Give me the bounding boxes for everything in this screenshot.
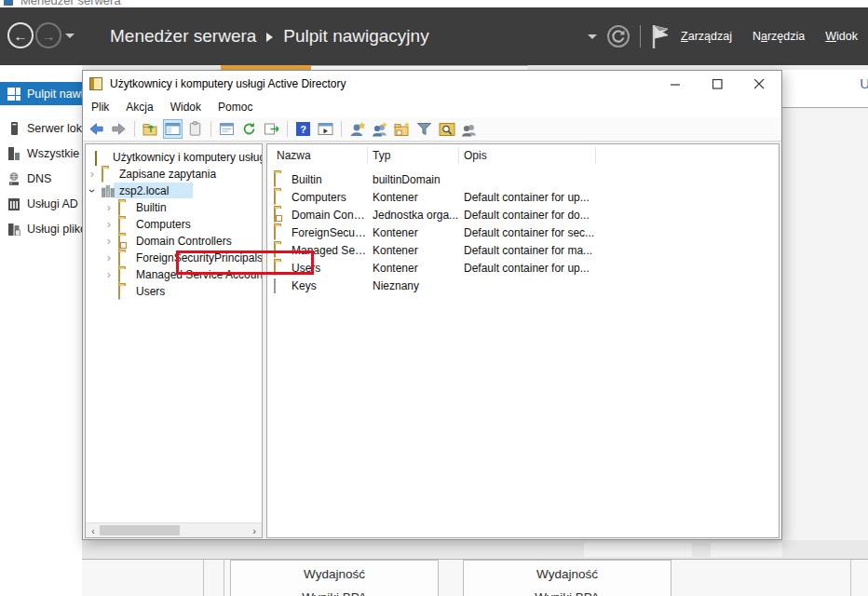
clipboard-icon[interactable] [185,119,205,139]
close-button[interactable] [739,71,780,97]
sidebar-item-label: Usługi AD DS [27,197,82,210]
refresh-icon[interactable] [239,119,259,139]
refresh-icon[interactable] [606,24,631,48]
sidebar-item-dns[interactable]: DNS [0,167,82,190]
menu-zarzadzaj[interactable]: Zarządzaj [681,30,732,43]
chevron-right-icon[interactable]: › [104,203,114,212]
export-list-icon[interactable] [262,119,281,139]
tree-item-domain-zsp2[interactable]: › zsp2.local [88,183,169,199]
tree-item-builtin[interactable]: › Builtin [104,199,167,216]
new-window-icon[interactable] [316,119,335,139]
chevron-right-icon[interactable]: › [104,220,114,229]
role-tile[interactable]: Wydajność Wyniki BPA [230,560,439,596]
dashboard-band [82,540,868,560]
chevron-right-icon[interactable]: › [104,270,114,279]
sidebar-item-ad-ds[interactable]: Usługi AD DS [0,192,82,215]
menu-pomoc[interactable]: Pomoc [210,101,261,114]
list-row-users[interactable]: Users Kontener Default container for up.… [267,259,779,277]
ou-folder-icon [118,236,131,247]
list-row-managed-service-accounts[interactable]: Managed Service Accounts Kontener Defaul… [267,241,779,259]
dashboard-tiles-row: Wydajność Wyniki BPA Wydajność Wyniki BP… [82,560,868,596]
server-manager-sidebar: Pulpit nawigacyjny Serwer lokalny Wszyst… [0,65,82,596]
list-row-keys[interactable]: Keys Nieznany [267,277,779,294]
folder-icon [118,202,131,213]
scroll-right-icon[interactable]: › [247,523,262,537]
tree-item-label: Computers [136,218,191,231]
back-icon[interactable]: ← [7,22,34,48]
horizontal-scrollbar[interactable]: ‹ › [86,522,262,537]
ad-ds-icon [7,197,20,210]
menu-akcja[interactable]: Akcja [117,101,161,114]
dns-icon [7,172,20,185]
tree-root[interactable]: Użytkownicy i komputery usługi Active Di… [95,149,263,166]
tile-link-bpa[interactable]: Wyniki BPA [231,590,438,596]
tree-item-label: Builtin [136,201,167,214]
tree-item-computers[interactable]: › Computers [104,216,191,233]
list-row-foreign-security-principals[interactable]: ForeignSecurityPrincipals Kontener Defau… [267,224,779,241]
new-group-icon[interactable] [370,119,389,139]
sidebar-item-label: Wszystkie serwery [27,147,82,160]
back-icon[interactable] [87,119,106,139]
role-tile[interactable]: Wydajność Wyniki BPA [463,560,671,596]
menu-widok[interactable]: Widok [162,101,210,114]
tree-item-users[interactable]: › Users [104,283,165,300]
forward-icon[interactable] [109,119,129,139]
folder-icon [274,191,276,204]
minimize-button[interactable] [655,71,697,97]
sidebar-item-label: Serwer lokalny [27,122,82,135]
scroll-left-icon[interactable]: ‹ [86,523,101,537]
chevron-down-icon[interactable]: › [88,186,97,196]
aduc-app-icon [89,77,102,90]
list-row-domain-controllers[interactable]: Domain Controllers Jednostka orga... Def… [267,206,779,224]
column-header-typ[interactable]: Typ [373,144,390,167]
up-one-level-icon[interactable] [141,119,160,139]
sidebar-item-local-server[interactable]: Serwer lokalny [0,116,82,140]
forward-icon[interactable]: → [35,22,61,48]
dashboard-header-fragment: U [782,70,868,108]
breadcrumb: Menedżer serwera Pulpit nawigacyjny [110,7,429,65]
properties-icon[interactable] [217,119,237,139]
list-row-computers[interactable]: Computers Kontener Default container for… [267,188,779,206]
tile-link-bpa[interactable]: Wyniki BPA [464,590,671,596]
sidebar-item-all-servers[interactable]: Wszystkie serwery [0,142,82,165]
sidebar-item-label: Pulpit nawigacyjny [27,88,82,101]
history-caret-icon[interactable] [65,34,75,38]
chevron-right-icon[interactable]: › [88,169,97,179]
scrollbar-thumb[interactable] [100,525,180,535]
list-row-builtin[interactable]: Builtin builtinDomain [267,170,779,188]
divider [640,25,641,47]
column-header-opis[interactable]: Opis [464,144,487,167]
menu-widok[interactable]: Widok [825,30,858,43]
sidebar-item-label: DNS [27,172,51,185]
help-icon[interactable]: ? [293,119,313,139]
tile-link-performance[interactable]: Wydajność [464,567,671,581]
dropdown-caret-icon[interactable] [588,34,597,39]
menu-narzedzia[interactable]: Narzędzia [753,30,805,43]
tree-item-label: Domain Controllers [136,235,232,248]
show-console-tree-icon[interactable] [163,119,183,139]
breadcrumb-root[interactable]: Menedżer serwera [110,26,256,47]
new-user-icon[interactable] [347,119,367,139]
tree-item-label: Zapisane zapytania [119,168,216,181]
column-header-nazwa[interactable]: Nazwa [277,144,311,167]
tree-item-saved-queries[interactable]: › Zapisane zapytania [88,166,216,183]
find-icon[interactable] [437,119,456,139]
dashboard-background-right [782,108,868,596]
tile-link-performance[interactable]: Wydajność [231,567,438,581]
menu-plik[interactable]: Plik [83,101,117,114]
group-icon[interactable] [459,119,479,139]
aduc-titlebar[interactable]: Użytkownicy i komputery usługi Active Di… [83,71,781,97]
filter-icon[interactable] [414,119,434,139]
server-manager-window-title: Menedżer serwera [20,0,121,7]
server-manager-window-titlebar: Menedżer serwera [0,0,868,7]
notifications-flag-icon[interactable] [650,22,671,50]
chevron-right-icon[interactable]: › [104,253,114,263]
maximize-button[interactable] [697,71,739,97]
tree-item-domain-controllers[interactable]: › Domain Controllers [104,233,232,250]
folder-icon [118,286,131,297]
aduc-toolbar: ? [83,117,781,142]
sidebar-item-file-services[interactable]: Usługi plików i magazynowania [0,217,82,240]
sidebar-item-dashboard[interactable]: Pulpit nawigacyjny [0,82,82,105]
new-ou-icon[interactable] [392,119,412,139]
chevron-right-icon[interactable]: › [104,237,114,246]
